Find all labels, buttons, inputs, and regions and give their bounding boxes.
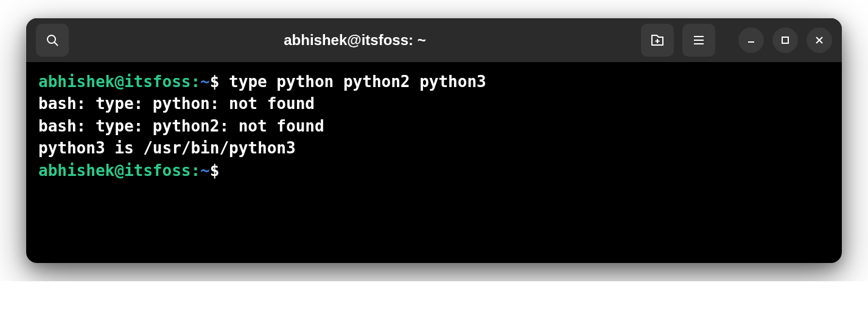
prompt-dollar: $	[210, 161, 229, 180]
svg-line-1	[55, 43, 58, 46]
command-text: type python python2 python3	[229, 72, 486, 91]
prompt-line-2: abhishek@itsfoss:~$	[38, 160, 830, 181]
output-line-3: python3 is /usr/bin/python3	[38, 137, 830, 159]
terminal-body[interactable]: abhishek@itsfoss:~$ type python python2 …	[26, 62, 842, 263]
svg-rect-8	[782, 37, 788, 43]
prompt-path: ~	[200, 72, 210, 91]
maximize-icon	[780, 35, 791, 46]
new-tab-button[interactable]	[641, 24, 674, 57]
maximize-button[interactable]	[772, 27, 798, 53]
prompt-path: ~	[200, 161, 210, 180]
prompt-dollar: $	[210, 72, 229, 91]
search-button[interactable]	[36, 24, 69, 57]
prompt-line-1: abhishek@itsfoss:~$ type python python2 …	[38, 71, 830, 93]
titlebar-right	[641, 24, 832, 57]
titlebar: abhishek@itsfoss: ~	[26, 18, 842, 62]
prompt-colon: :	[191, 72, 200, 91]
minimize-icon	[746, 35, 757, 46]
prompt-colon: :	[191, 161, 200, 180]
svg-point-0	[47, 35, 55, 43]
minimize-button[interactable]	[738, 27, 764, 53]
prompt-user-host: abhishek@itsfoss	[38, 72, 191, 91]
menu-button[interactable]	[682, 24, 715, 57]
hamburger-icon	[692, 33, 705, 47]
titlebar-left	[36, 24, 69, 57]
window-title: abhishek@itsfoss: ~	[77, 32, 632, 49]
prompt-user-host: abhishek@itsfoss	[38, 161, 191, 180]
terminal-window: abhishek@itsfoss: ~	[26, 18, 842, 263]
close-button[interactable]	[807, 27, 832, 53]
output-line-1: bash: type: python: not found	[38, 93, 830, 114]
close-icon	[814, 35, 825, 46]
output-line-2: bash: type: python2: not found	[38, 115, 830, 137]
search-icon	[45, 33, 60, 47]
new-tab-icon	[649, 32, 665, 48]
